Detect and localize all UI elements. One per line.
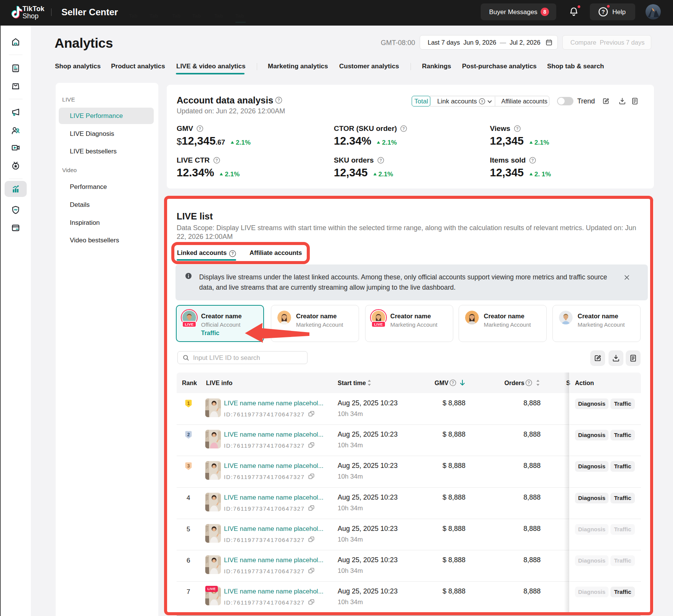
svg-text:?: ? [379,158,382,163]
svg-text:?: ? [277,98,280,102]
svg-text:?: ? [403,127,405,131]
svg-text:?: ? [602,9,605,15]
svg-text:?: ? [516,127,518,131]
svg-text:?: ? [481,99,483,103]
svg-text:?: ? [215,158,217,163]
svg-text:?: ? [531,158,534,163]
svg-text:?: ? [199,127,201,131]
